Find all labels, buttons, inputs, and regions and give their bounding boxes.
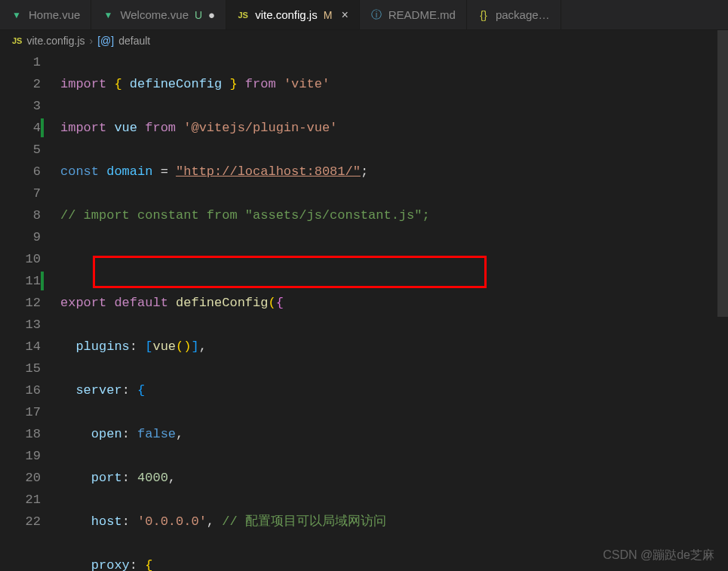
chevron-right-icon: › (90, 35, 94, 47)
line-number: 4 (0, 117, 41, 139)
tab-package[interactable]: {} package… (467, 0, 561, 29)
line-number: 19 (0, 445, 41, 467)
dirty-indicator: ● (208, 8, 215, 21)
line-number: 22 (0, 511, 41, 533)
tab-label: README.md (389, 8, 456, 21)
line-number: 3 (0, 95, 41, 117)
tab-welcome-vue[interactable]: ▼ Welcome.vue U ● (91, 0, 226, 29)
line-number: 13 (0, 314, 41, 336)
line-number: 1 (0, 51, 41, 73)
tab-home-vue[interactable]: ▼ Home.vue (0, 0, 91, 29)
line-number: 20 (0, 467, 41, 489)
line-number: 15 (0, 358, 41, 379)
line-number: 18 (0, 423, 41, 445)
line-number: 16 (0, 379, 41, 401)
line-number: 8 (0, 204, 41, 226)
json-icon: {} (478, 9, 490, 21)
line-number: 12 (0, 292, 41, 314)
line-number: 7 (0, 183, 41, 204)
editor-tabs: ▼ Home.vue ▼ Welcome.vue U ● JS vite.con… (0, 0, 728, 30)
code-content[interactable]: import { defineConfig } from 'vite' impo… (60, 51, 728, 571)
tab-vite-config[interactable]: JS vite.config.js M × (226, 0, 360, 29)
line-number: 10 (0, 248, 41, 270)
line-number: 6 (0, 161, 41, 183)
line-number: 9 (0, 226, 41, 248)
tab-label: Home.vue (29, 8, 80, 21)
breadcrumb-file: vite.config.js (26, 35, 84, 47)
js-icon: JS (237, 9, 249, 21)
vue-icon: ▼ (102, 9, 114, 21)
tab-readme[interactable]: ⓘ README.md (360, 0, 467, 29)
line-number: 14 (0, 336, 41, 358)
info-icon: ⓘ (370, 9, 382, 21)
js-icon: JS (12, 36, 22, 45)
vue-icon: ▼ (11, 9, 23, 21)
vertical-scrollbar[interactable] (717, 30, 728, 571)
scrollbar-thumb[interactable] (717, 30, 728, 317)
breadcrumb-symbol: default (118, 35, 150, 47)
line-number: 21 (0, 489, 41, 511)
symbol-icon: [@] (97, 35, 114, 47)
breadcrumb[interactable]: JS vite.config.js › [@] default (0, 30, 728, 51)
line-number: 17 (0, 401, 41, 423)
tab-label: package… (496, 8, 550, 21)
code-editor[interactable]: 1 2 3 4 5 6 7 8 9 10 11 12 13 14 15 16 1… (0, 51, 728, 571)
line-number: 2 (0, 73, 41, 95)
git-status-modified: M (324, 9, 333, 21)
git-status-untracked: U (195, 9, 202, 21)
line-number-gutter: 1 2 3 4 5 6 7 8 9 10 11 12 13 14 15 16 1… (0, 51, 60, 571)
close-icon[interactable]: × (341, 8, 348, 22)
tab-label: vite.config.js (255, 8, 318, 21)
line-number: 5 (0, 139, 41, 161)
tab-label: Welcome.vue (120, 8, 189, 21)
line-number: 11 (0, 270, 41, 292)
